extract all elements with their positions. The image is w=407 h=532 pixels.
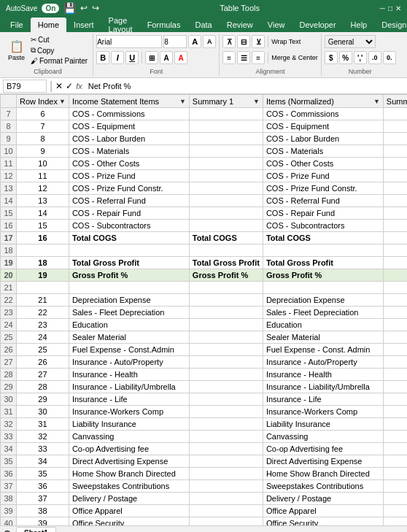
cell-items-normalized[interactable]: COS - Commissions — [263, 108, 383, 120]
copy-button[interactable]: ⧉ Copy — [28, 45, 90, 55]
cell-row-index[interactable]: 23 — [17, 319, 69, 331]
cell-items-normalized[interactable]: COS - Prize Fund Constr. — [263, 182, 383, 195]
cell-reference-box[interactable]: B79 — [3, 80, 47, 93]
cell-row-index[interactable]: 28 — [17, 381, 69, 393]
cell-summary-index[interactable] — [383, 443, 407, 455]
cell-items-normalized[interactable]: Insurance-Workers Comp — [263, 406, 383, 418]
cell-income-item[interactable]: Canvassing — [69, 431, 189, 443]
cell-summary1[interactable] — [189, 406, 263, 418]
cell-summary1[interactable] — [189, 294, 263, 307]
cell-row-index[interactable]: 39 — [17, 517, 69, 526]
cell-summary1[interactable] — [189, 493, 263, 505]
cell-items-normalized[interactable]: COS - Materials — [263, 145, 383, 158]
cell-summary1[interactable] — [189, 182, 263, 195]
cell-summary1[interactable] — [189, 331, 263, 344]
cell-summary-index[interactable] — [383, 182, 407, 195]
cell-summary-index[interactable] — [383, 505, 407, 517]
cell-income-item[interactable]: Fuel Expense - Const.Admin — [69, 344, 189, 356]
formula-cancel-icon[interactable]: ✕ — [55, 81, 63, 91]
sheet-tab-1[interactable]: Sheet1 — [16, 527, 56, 533]
align-center-button[interactable]: ☰ — [237, 51, 250, 64]
col-header-c[interactable]: Summary 1 ▼ — [189, 95, 263, 108]
col-c-filter-icon[interactable]: ▼ — [253, 98, 260, 105]
cell-summary-index[interactable] — [383, 319, 407, 331]
col-a-filter-icon[interactable]: ▼ — [59, 98, 66, 105]
cell-income-item[interactable]: Office Security — [69, 517, 189, 526]
cell-row-index[interactable]: 22 — [17, 307, 69, 319]
cell-income-item[interactable]: COS - Equipment — [69, 120, 189, 133]
cell-summary1[interactable] — [189, 505, 263, 517]
cell-row-index[interactable]: 9 — [17, 145, 69, 158]
cell-summary-index[interactable] — [383, 468, 407, 480]
cell-summary1[interactable] — [189, 244, 263, 257]
cell-items-normalized[interactable]: COS - Referral Fund — [263, 195, 383, 207]
cell-row-index[interactable]: 25 — [17, 344, 69, 356]
cell-row-index[interactable]: 24 — [17, 331, 69, 344]
paste-button[interactable]: 📋 Paste — [6, 38, 27, 62]
cell-income-item[interactable]: Insurance - Life — [69, 393, 189, 406]
cell-summary-index[interactable] — [383, 108, 407, 120]
fill-color-button[interactable]: A — [160, 51, 173, 64]
cell-summary1[interactable] — [189, 381, 263, 393]
cell-row-index[interactable]: 6 — [17, 108, 69, 120]
formula-confirm-icon[interactable]: ✓ — [66, 81, 73, 91]
number-format-select[interactable]: General — [325, 35, 376, 48]
cell-income-item[interactable]: COS - Materials — [69, 145, 189, 158]
cell-summary1[interactable] — [189, 517, 263, 526]
cell-income-item[interactable]: COS - Repair Fund — [69, 207, 189, 220]
cell-summary-index[interactable]: 4 — [383, 269, 407, 282]
cell-income-item[interactable]: Insurance-Workers Comp — [69, 406, 189, 418]
col-header-e[interactable]: Summary Index ▼ — [383, 95, 407, 108]
cell-summary-index[interactable] — [383, 480, 407, 493]
cell-summary-index[interactable] — [383, 369, 407, 381]
cell-items-normalized[interactable]: Sealer Material — [263, 331, 383, 344]
cell-summary1[interactable] — [189, 195, 263, 207]
col-b-filter-icon[interactable]: ▼ — [179, 98, 186, 105]
cell-income-item[interactable]: Insurance - Health — [69, 369, 189, 381]
cell-income-item[interactable] — [69, 244, 189, 257]
cell-items-normalized[interactable]: Home Show Branch Directed — [263, 468, 383, 480]
cell-row-index[interactable]: 12 — [17, 182, 69, 195]
cell-income-item[interactable]: Education — [69, 319, 189, 331]
maximize-icon[interactable]: □ — [388, 4, 392, 12]
cell-items-normalized[interactable]: Insurance - Liability/Umbrella — [263, 381, 383, 393]
cell-summary1[interactable] — [189, 319, 263, 331]
cell-income-item[interactable]: COS - Other Costs — [69, 158, 189, 170]
cell-income-item[interactable]: COS - Prize Fund Constr. — [69, 182, 189, 195]
col-header-a[interactable]: Row Index ▼ — [17, 95, 69, 108]
cell-summary1[interactable] — [189, 356, 263, 369]
cell-summary1[interactable]: Total COGS — [189, 232, 263, 244]
cut-button[interactable]: ✂ Cut — [28, 35, 90, 45]
cell-income-item[interactable]: Total COGS — [69, 232, 189, 244]
tab-view[interactable]: View — [260, 18, 292, 32]
cell-row-index[interactable]: 38 — [17, 505, 69, 517]
tab-file[interactable]: File — [3, 18, 31, 32]
cell-summary-index[interactable] — [383, 517, 407, 526]
cell-income-item[interactable]: Sales - Fleet Depreciation — [69, 307, 189, 319]
cell-items-normalized[interactable]: Delivery / Postage — [263, 493, 383, 505]
cell-items-normalized[interactable]: COS - Subcontractors — [263, 220, 383, 232]
cell-income-item[interactable]: COS - Commissions — [69, 108, 189, 120]
align-left-button[interactable]: ≡ — [222, 51, 236, 64]
cell-summary-index[interactable] — [383, 393, 407, 406]
cell-row-index[interactable]: 13 — [17, 195, 69, 207]
tab-formulas[interactable]: Formulas — [140, 18, 188, 32]
wrap-text-button[interactable]: Wrap Text — [271, 38, 301, 45]
cell-items-normalized[interactable]: Insurance - Life — [263, 393, 383, 406]
cell-summary1[interactable] — [189, 443, 263, 455]
tab-insert[interactable]: Insert — [66, 18, 101, 32]
cell-summary1[interactable] — [189, 418, 263, 431]
increase-decimal-button[interactable]: .0 — [368, 51, 381, 64]
cell-summary-index[interactable] — [383, 220, 407, 232]
cell-items-normalized[interactable]: COS - Repair Fund — [263, 207, 383, 220]
cell-items-normalized[interactable]: COS - Equipment — [263, 120, 383, 133]
cell-summary1[interactable] — [189, 307, 263, 319]
tab-review[interactable]: Review — [220, 18, 260, 32]
tab-help[interactable]: Help — [344, 18, 375, 32]
tab-page-layout[interactable]: Page Layout — [101, 18, 140, 32]
cell-summary-index[interactable] — [383, 406, 407, 418]
cell-summary1[interactable] — [189, 468, 263, 480]
italic-button[interactable]: I — [111, 51, 124, 64]
cell-items-normalized[interactable]: Office Security — [263, 517, 383, 526]
cell-summary1[interactable] — [189, 431, 263, 443]
